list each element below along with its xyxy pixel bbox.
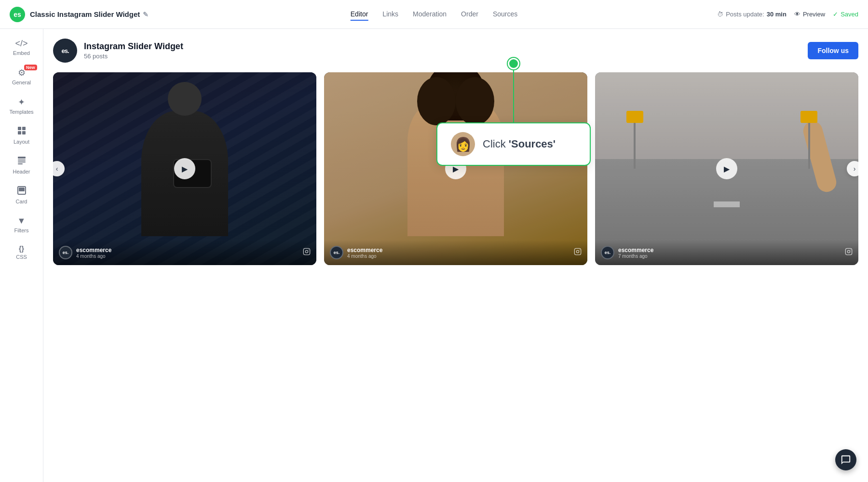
saved-indicator: ✓ Saved bbox=[833, 11, 858, 18]
chat-icon[interactable] bbox=[835, 449, 856, 470]
tab-order[interactable]: Order bbox=[461, 8, 478, 21]
card-author-info-2: escommerce 4 months ago bbox=[347, 247, 382, 259]
sidebar-item-filters[interactable]: ▼ Filters bbox=[2, 211, 41, 238]
play-button-3[interactable]: ▶ bbox=[716, 158, 737, 179]
follow-button[interactable]: Follow us bbox=[808, 42, 858, 59]
tooltip-box: 👩 Click 'Sources' bbox=[436, 122, 591, 166]
svg-rect-1 bbox=[22, 127, 26, 130]
slide-card-1: ▶ es. escommerce 4 months ago bbox=[53, 72, 316, 265]
instagram-icon-3 bbox=[845, 248, 853, 257]
sidebar-item-embed[interactable]: </> Embed bbox=[2, 34, 41, 61]
svg-rect-2 bbox=[18, 131, 21, 134]
brand-icon: es bbox=[10, 7, 25, 22]
svg-rect-9 bbox=[19, 187, 25, 191]
tab-editor[interactable]: Editor bbox=[351, 8, 368, 21]
card-author-2: es. escommerce 4 months ago bbox=[330, 246, 382, 259]
svg-point-17 bbox=[847, 250, 850, 253]
tooltip-text: Click 'Sources' bbox=[483, 138, 556, 150]
card-author-3: es. escommerce 7 months ago bbox=[601, 246, 653, 259]
svg-rect-3 bbox=[22, 131, 26, 134]
sidebar: </> Embed New ⚙ General ✦ Templates Layo… bbox=[0, 29, 43, 482]
sidebar-item-label: Layout bbox=[14, 139, 29, 145]
preview-button[interactable]: 👁 Preview bbox=[794, 11, 825, 18]
card-footer-3: es. escommerce 7 months ago bbox=[595, 240, 858, 265]
tooltip-dot bbox=[508, 58, 519, 69]
tab-sources[interactable]: Sources bbox=[493, 8, 517, 21]
widget-name: Instagram Slider Widget bbox=[84, 41, 183, 52]
svg-point-11 bbox=[305, 250, 308, 253]
widget-logo: es. bbox=[53, 39, 77, 63]
svg-point-12 bbox=[308, 250, 309, 250]
tooltip-line bbox=[513, 69, 514, 122]
svg-rect-4 bbox=[18, 157, 26, 159]
card-avatar-2: es. bbox=[330, 246, 343, 259]
header-icon bbox=[17, 156, 26, 167]
posts-update: ⏱ Posts update: 30 min bbox=[717, 11, 787, 18]
svg-rect-13 bbox=[574, 248, 581, 254]
top-nav: es Classic Instagram Slider Widget ✎ Edi… bbox=[0, 0, 868, 29]
eye-icon: 👁 bbox=[794, 11, 800, 18]
card-icon bbox=[17, 186, 26, 197]
check-icon: ✓ bbox=[833, 11, 838, 18]
svg-rect-7 bbox=[18, 163, 23, 164]
sidebar-item-label: Card bbox=[16, 199, 27, 204]
sidebar-item-label: Header bbox=[13, 169, 30, 174]
card-footer-2: es. escommerce 4 months ago bbox=[324, 240, 587, 265]
sources-tooltip-overlay: 👩 Click 'Sources' bbox=[436, 58, 591, 166]
sidebar-item-header[interactable]: Header bbox=[2, 151, 41, 179]
filters-icon: ▼ bbox=[17, 216, 26, 226]
svg-rect-0 bbox=[18, 127, 21, 130]
preview-area: es. Instagram Slider Widget 56 posts Fol… bbox=[43, 29, 868, 482]
nav-right: ⏱ Posts update: 30 min 👁 Preview ✓ Saved bbox=[717, 11, 858, 18]
sidebar-item-label: Templates bbox=[9, 109, 33, 115]
svg-rect-5 bbox=[18, 160, 26, 161]
card-avatar-3: es. bbox=[601, 246, 614, 259]
sidebar-item-css[interactable]: {} CSS bbox=[2, 240, 41, 265]
card-author-info-3: escommerce 7 months ago bbox=[618, 247, 653, 259]
svg-point-15 bbox=[579, 250, 580, 250]
widget-text-info: Instagram Slider Widget 56 posts bbox=[84, 41, 183, 60]
card-avatar-1: es. bbox=[59, 246, 72, 259]
svg-rect-10 bbox=[303, 248, 310, 254]
sidebar-item-templates[interactable]: ✦ Templates bbox=[2, 92, 41, 120]
sidebar-item-label: Embed bbox=[13, 50, 30, 56]
svg-point-14 bbox=[576, 250, 579, 253]
svg-point-18 bbox=[850, 250, 851, 250]
svg-rect-16 bbox=[845, 248, 852, 254]
card-footer-1: es. escommerce 4 months ago bbox=[53, 240, 316, 265]
instagram-icon-2 bbox=[574, 248, 582, 257]
templates-icon: ✦ bbox=[18, 97, 25, 107]
tab-moderation[interactable]: Moderation bbox=[413, 8, 447, 21]
tab-links[interactable]: Links bbox=[382, 8, 398, 21]
play-button-1[interactable]: ▶ bbox=[174, 158, 195, 179]
instagram-icon-1 bbox=[303, 248, 311, 257]
card-author-info-1: escommerce 4 months ago bbox=[76, 247, 111, 259]
svg-rect-6 bbox=[18, 161, 26, 162]
nav-tabs: Editor Links Moderation Order Sources bbox=[351, 8, 517, 21]
main-content: </> Embed New ⚙ General ✦ Templates Layo… bbox=[0, 29, 868, 482]
sidebar-item-label: General bbox=[12, 80, 31, 85]
sidebar-item-card[interactable]: Card bbox=[2, 181, 41, 209]
tooltip-avatar: 👩 bbox=[451, 132, 475, 156]
widget-posts: 56 posts bbox=[84, 53, 183, 60]
layout-icon bbox=[17, 126, 26, 137]
card-author-1: es. escommerce 4 months ago bbox=[59, 246, 111, 259]
edit-icon[interactable]: ✎ bbox=[143, 11, 149, 18]
css-icon: {} bbox=[19, 245, 24, 253]
embed-icon: </> bbox=[15, 39, 27, 49]
sidebar-item-label: CSS bbox=[16, 254, 27, 260]
new-badge: New bbox=[24, 65, 37, 70]
sidebar-item-label: Filters bbox=[14, 228, 29, 233]
widget-info: es. Instagram Slider Widget 56 posts bbox=[53, 39, 183, 63]
slider-arrow-right[interactable]: › bbox=[847, 161, 858, 176]
nav-widget-title: Classic Instagram Slider Widget ✎ bbox=[30, 10, 149, 18]
sidebar-item-general[interactable]: New ⚙ General bbox=[2, 63, 41, 90]
sidebar-item-layout[interactable]: Layout bbox=[2, 121, 41, 149]
slide-card-3: ▶ es. escommerce 7 months ago bbox=[595, 72, 858, 265]
